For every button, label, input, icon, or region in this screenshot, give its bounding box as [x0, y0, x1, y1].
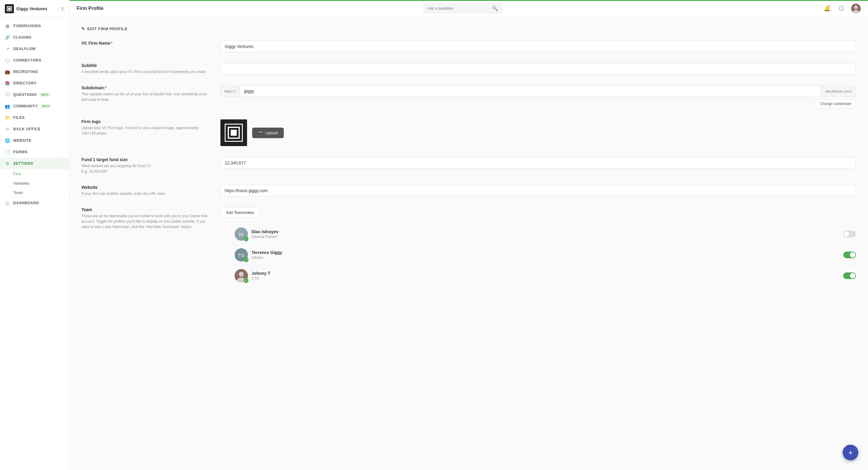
sidebar-item-label: DASHBOARD	[13, 201, 39, 205]
teammate-name: Johnny T	[251, 271, 840, 276]
sidebar-item-directory[interactable]: 📚 DIRECTORY ›	[0, 77, 69, 89]
grid-icon: ◫	[5, 200, 10, 206]
sidebar-item-dashboard[interactable]: ◫ DASHBOARD	[0, 197, 69, 209]
fund-size-input[interactable]	[220, 157, 856, 169]
toggle-knob	[844, 231, 849, 237]
field-label-col: Website If your firm has another website…	[82, 185, 208, 196]
page-title: Firm Profile	[76, 6, 103, 11]
globe2-icon: 🌐	[5, 138, 10, 143]
chevron-right-icon: ›	[63, 47, 64, 51]
notification-dot	[828, 5, 831, 7]
subdomain-prefix: https://	[220, 86, 240, 97]
question-icon: ⓘ	[5, 92, 10, 97]
svg-rect-6	[231, 130, 237, 136]
search-box[interactable]: 🔍	[424, 3, 502, 13]
sidebar-item-label: FILES	[13, 116, 25, 120]
sidebar-item-settings[interactable]: ⚙ SETTINGS ⌄	[0, 158, 69, 169]
chevron-right-icon: ›	[63, 127, 64, 131]
drag-handle-icon[interactable]: ⋮⋮	[220, 252, 231, 257]
sidebar-item-label: WEBSITE	[13, 138, 31, 143]
sidebar-item-connectors[interactable]: ◯ CONNECTORS ›	[0, 55, 69, 66]
drag-handle-icon[interactable]: ⋮⋮	[220, 232, 231, 237]
teammate-visibility-toggle[interactable]	[843, 252, 856, 258]
sidebar-item-community[interactable]: 👥 COMMUNITY BETA ›	[0, 100, 69, 112]
field-label-col: Subdomain* This variable makes up the ur…	[82, 85, 208, 102]
search-input[interactable]	[427, 6, 490, 10]
field-description: A few brief words about your VC Firm and…	[82, 69, 208, 74]
subtitle-input[interactable]	[220, 63, 856, 74]
logo-upload-row: 📷 Upload	[220, 119, 856, 146]
logo-preview	[220, 119, 247, 146]
chevron-right-icon: ›	[63, 70, 64, 73]
link-icon: 🔗	[5, 35, 10, 40]
sidebar-item-label: FORMS	[13, 150, 27, 154]
field-label: Team	[82, 207, 208, 212]
help-button[interactable]: ⓘ	[837, 4, 846, 13]
sidebar-item-label: CLOSING	[13, 35, 31, 39]
field-label: Subdomain*	[82, 85, 208, 90]
teammate-visibility-toggle[interactable]	[843, 273, 856, 279]
sidebar-item-label: COMMUNITY	[13, 104, 38, 108]
sidebar-item-label: DIRECTORY	[13, 81, 36, 85]
website-input[interactable]	[220, 185, 856, 196]
vc-firm-name-input[interactable]	[220, 41, 856, 52]
sidebar-item-forms[interactable]: 📄 FORMS ›	[0, 146, 69, 158]
field-label-col: Fund 1 target fund size What amount are …	[82, 157, 208, 174]
doc-icon: 📄	[5, 149, 10, 155]
field-label-col: Firm logo Upload your VC Firm logo. It's…	[82, 119, 208, 136]
teammate-row: ⋮⋮ ✓ Johnny T CTO	[220, 265, 856, 286]
sidebar-collapse-button[interactable]: ‹ ☰	[58, 7, 64, 11]
sidebar-item-label: SETTINGS	[13, 161, 33, 166]
image-icon: 📷	[258, 131, 263, 135]
subdomain-input[interactable]	[240, 85, 821, 97]
sidebar-brand[interactable]: Giggy Ventures	[5, 4, 48, 13]
field-input-col	[220, 41, 856, 52]
sidebar-item-back-office[interactable]: ↻ BACK OFFICE ›	[0, 123, 69, 135]
users-icon: 👥	[5, 103, 10, 109]
sidebar-item-fundraising[interactable]: ▩ FUNDRAISING ›	[0, 20, 69, 32]
sidebar-item-questions[interactable]: ⓘ QUESTIONS BETA ›	[0, 89, 69, 100]
field-label-col: Subtitle A few brief words about your VC…	[82, 63, 208, 74]
change-subdomain-button[interactable]: Change subdomain	[815, 99, 856, 108]
add-teammates-button[interactable]: Add Teammates	[220, 207, 260, 218]
teammate-info: Johnny T CTO	[251, 271, 840, 281]
field-description: If your firm has another website, enter …	[82, 191, 208, 196]
sidebar-item-recruiting[interactable]: 💼 RECRUITING ›	[0, 66, 69, 77]
upload-button[interactable]: 📷 Upload	[252, 128, 284, 138]
gear-icon: ⚙	[5, 161, 10, 166]
toggle-knob	[850, 273, 855, 278]
drag-handle-icon[interactable]: ⋮⋮	[220, 273, 231, 278]
field-description: This variable makes up the url of your f…	[82, 91, 208, 102]
sidebar-item-website[interactable]: 🌐 WEBSITE ›	[0, 135, 69, 146]
sidebar-item-dealflow[interactable]: ↗ DEALFLOW ›	[0, 43, 69, 55]
subtitle-section: Subtitle A few brief words about your VC…	[82, 63, 856, 74]
sub-nav-label: Firm	[13, 171, 21, 176]
sidebar-sub-item-firm[interactable]: Firm	[0, 169, 69, 179]
required-marker: *	[105, 85, 106, 90]
sidebar-sub-item-team[interactable]: Team ›	[0, 188, 69, 197]
fab-button[interactable]: +	[843, 445, 858, 460]
sidebar-sub-item-variables[interactable]: Variables	[0, 179, 69, 188]
notifications-button[interactable]: 🔔	[822, 4, 832, 13]
brand-name: Giggy Ventures	[16, 6, 48, 11]
field-description: These are all the teammates you've invit…	[82, 213, 208, 229]
field-label: Fund 1 target fund size	[82, 157, 208, 162]
svg-rect-1	[8, 7, 10, 10]
subdomain-row: https:// .decilehub.com/	[220, 85, 856, 97]
sidebar-item-files[interactable]: 📁 FILES ›	[0, 112, 69, 123]
avatar-verified-badge: ✓	[244, 257, 249, 262]
chevron-right-icon: ›	[63, 104, 64, 108]
teammate-visibility-toggle[interactable]	[843, 231, 856, 238]
teammate-role: Advisor	[251, 255, 840, 260]
svg-point-8	[239, 272, 244, 277]
chevron-right-icon: ›	[63, 36, 64, 39]
sidebar-item-closing[interactable]: 🔗 CLOSING ›	[0, 32, 69, 43]
user-avatar[interactable]	[851, 4, 861, 13]
subdomain-section: Subdomain* This variable makes up the ur…	[82, 85, 856, 108]
field-input-col	[220, 185, 856, 196]
beta-badge: BETA	[40, 93, 50, 97]
edit-header-label: EDIT FIRM PROFILE	[88, 27, 128, 31]
teammate-avatar: ✓	[235, 269, 248, 282]
avatar-verified-badge: ✓	[244, 278, 249, 283]
toggle-knob	[850, 252, 855, 258]
